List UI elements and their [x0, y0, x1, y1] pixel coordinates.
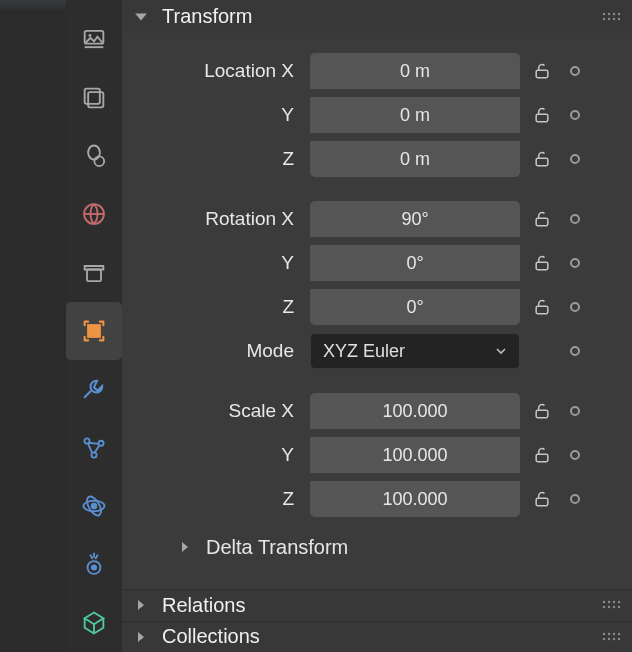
- svg-point-41: [603, 633, 605, 635]
- label-scale-x: Scale X: [134, 400, 304, 422]
- svg-point-1: [89, 34, 92, 37]
- svg-rect-32: [536, 498, 548, 506]
- disclosure-closed-icon: [130, 626, 152, 648]
- drag-handle-icon[interactable]: [600, 599, 622, 611]
- svg-point-43: [613, 633, 615, 635]
- tab-output[interactable]: [66, 68, 122, 126]
- keyframe-dot[interactable]: [570, 302, 580, 312]
- lock-icon[interactable]: [528, 293, 556, 321]
- label-location-y: Y: [134, 104, 304, 126]
- panel-title: Transform: [162, 5, 252, 28]
- keyframe-dot[interactable]: [570, 66, 580, 76]
- label-mode: Mode: [134, 340, 304, 362]
- dropdown-value: XYZ Euler: [323, 341, 405, 362]
- lock-icon[interactable]: [528, 145, 556, 173]
- tab-modifiers[interactable]: [66, 360, 122, 418]
- disclosure-closed-icon: [174, 536, 196, 558]
- lock-icon[interactable]: [528, 485, 556, 513]
- field-location-y[interactable]: 0 m: [310, 97, 520, 133]
- svg-rect-27: [536, 218, 548, 226]
- subpanel-delta-transform[interactable]: Delta Transform: [134, 523, 620, 569]
- label-rotation-z: Z: [134, 296, 304, 318]
- label-scale-y: Y: [134, 444, 304, 466]
- disclosure-open-icon: [130, 6, 152, 28]
- svg-point-44: [618, 633, 620, 635]
- lock-icon[interactable]: [528, 205, 556, 233]
- tab-render[interactable]: [66, 10, 122, 68]
- lock-icon[interactable]: [528, 441, 556, 469]
- lock-icon[interactable]: [528, 101, 556, 129]
- svg-point-46: [608, 638, 610, 640]
- keyframe-dot[interactable]: [570, 110, 580, 120]
- tab-world[interactable]: [66, 185, 122, 243]
- chevron-down-icon: [495, 341, 507, 362]
- svg-point-21: [608, 17, 610, 19]
- field-scale-z[interactable]: 100.000: [310, 481, 520, 517]
- svg-point-15: [92, 566, 96, 570]
- tab-collection[interactable]: [66, 243, 122, 301]
- lock-icon[interactable]: [528, 249, 556, 277]
- keyframe-dot[interactable]: [570, 258, 580, 268]
- svg-point-22: [613, 17, 615, 19]
- svg-point-35: [613, 601, 615, 603]
- panel-header-collections[interactable]: Collections: [122, 621, 632, 652]
- svg-rect-26: [536, 158, 548, 166]
- tab-data[interactable]: [66, 594, 122, 652]
- field-scale-y[interactable]: 100.000: [310, 437, 520, 473]
- field-scale-x[interactable]: 100.000: [310, 393, 520, 429]
- panel-header-relations[interactable]: Relations: [122, 589, 632, 620]
- svg-rect-31: [536, 454, 548, 462]
- keyframe-dot[interactable]: [570, 154, 580, 164]
- svg-point-9: [98, 440, 103, 445]
- label-location-x: Location X: [134, 60, 304, 82]
- lock-icon[interactable]: [528, 57, 556, 85]
- svg-point-38: [608, 606, 610, 608]
- keyframe-dot[interactable]: [570, 406, 580, 416]
- svg-point-20: [603, 17, 605, 19]
- svg-rect-30: [536, 410, 548, 418]
- svg-point-16: [603, 12, 605, 14]
- label-rotation-x: Rotation X: [134, 208, 304, 230]
- svg-point-48: [618, 638, 620, 640]
- lock-icon[interactable]: [528, 397, 556, 425]
- drag-handle-icon[interactable]: [600, 11, 622, 23]
- field-location-z[interactable]: 0 m: [310, 141, 520, 177]
- svg-point-37: [603, 606, 605, 608]
- left-gutter: [0, 0, 66, 652]
- svg-point-47: [613, 638, 615, 640]
- field-rotation-x[interactable]: 90°: [310, 201, 520, 237]
- svg-rect-29: [536, 306, 548, 314]
- tab-constraints[interactable]: [66, 535, 122, 593]
- keyframe-dot[interactable]: [570, 494, 580, 504]
- svg-point-40: [618, 606, 620, 608]
- field-location-x[interactable]: 0 m: [310, 53, 520, 89]
- tab-particles[interactable]: [66, 419, 122, 477]
- field-rotation-z[interactable]: 0°: [310, 289, 520, 325]
- tab-view-layer[interactable]: [66, 127, 122, 185]
- transform-body: Location X 0 m Y 0 m Z 0 m Rotation X: [122, 33, 632, 589]
- drag-handle-icon[interactable]: [600, 631, 622, 643]
- keyframe-dot[interactable]: [570, 346, 580, 356]
- svg-rect-28: [536, 262, 548, 270]
- svg-point-34: [608, 601, 610, 603]
- tab-object[interactable]: [66, 302, 122, 360]
- svg-rect-24: [536, 70, 548, 78]
- label-rotation-y: Y: [134, 252, 304, 274]
- panel-title: Relations: [162, 594, 245, 617]
- svg-point-39: [613, 606, 615, 608]
- field-rotation-y[interactable]: 0°: [310, 245, 520, 281]
- svg-point-17: [608, 12, 610, 14]
- label-scale-z: Z: [134, 488, 304, 510]
- rotation-mode-dropdown[interactable]: XYZ Euler: [310, 333, 520, 369]
- svg-point-18: [613, 12, 615, 14]
- svg-point-36: [618, 601, 620, 603]
- properties-panel: Transform Location X 0 m Y 0 m Z 0 m: [122, 0, 632, 652]
- keyframe-dot[interactable]: [570, 214, 580, 224]
- tab-physics[interactable]: [66, 477, 122, 535]
- panel-header-transform[interactable]: Transform: [122, 0, 632, 33]
- svg-point-11: [92, 504, 97, 509]
- svg-point-45: [603, 638, 605, 640]
- keyframe-dot[interactable]: [570, 450, 580, 460]
- svg-rect-7: [88, 325, 100, 337]
- properties-tab-strip: [66, 0, 122, 652]
